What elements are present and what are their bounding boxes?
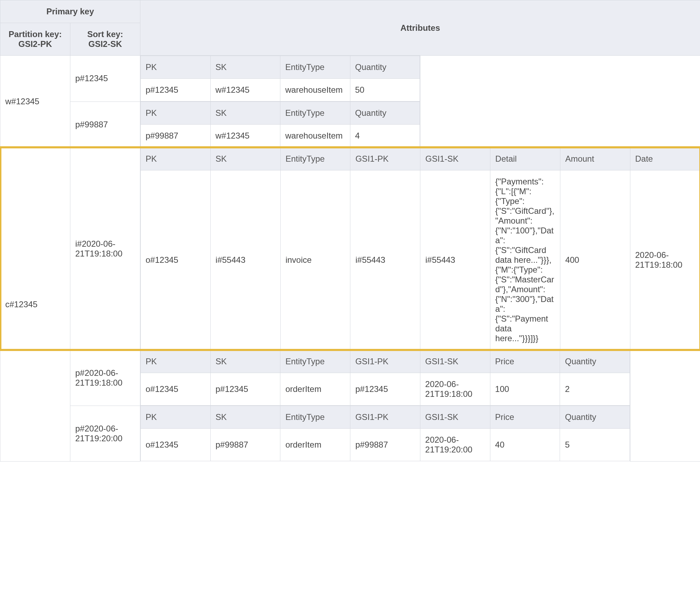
sort-key-cell: i#2020-06-21T19:18:00 bbox=[70, 147, 140, 350]
sort-key-cell: p#2020-06-21T19:20:00 bbox=[70, 406, 140, 461]
header-sort-key: Sort key: GSI2-SK bbox=[70, 23, 140, 56]
col-sk: SK bbox=[210, 56, 280, 79]
attr-amount: 400 bbox=[560, 170, 630, 350]
attributes-subtable: PK SK EntityType Quantity p#99887 w#1234… bbox=[140, 101, 420, 147]
attr-entity-type: warehouseItem bbox=[280, 79, 350, 101]
partition-key-cell: c#12345 bbox=[0, 147, 70, 461]
col-quantity: Quantity bbox=[560, 406, 630, 429]
col-gsi1-sk: GSI1-SK bbox=[420, 350, 490, 373]
attr-sk: i#55443 bbox=[210, 170, 280, 350]
attr-gsi1-sk: 2020-06-21T19:18:00 bbox=[420, 373, 490, 406]
attr-detail: {"Payments":{"L":[{"M":{"Type":{"S":"Gif… bbox=[490, 170, 560, 350]
dynamodb-index-table: Primary key Attributes Partition key: GS… bbox=[0, 0, 700, 462]
attr-sk: p#99887 bbox=[210, 429, 280, 461]
table-row: c#12345 i#2020-06-21T19:18:00 PK SK Enti… bbox=[0, 147, 700, 350]
col-sk: SK bbox=[210, 406, 280, 429]
col-gsi1-pk: GSI1-PK bbox=[350, 148, 420, 170]
sort-key-cell: p#12345 bbox=[70, 56, 140, 102]
col-date: Date bbox=[630, 148, 700, 170]
attr-sk: w#12345 bbox=[210, 79, 280, 101]
attr-quantity: 2 bbox=[560, 373, 630, 406]
col-sk: SK bbox=[210, 350, 280, 373]
attr-price: 40 bbox=[490, 429, 560, 461]
attr-gsi1-sk: i#55443 bbox=[420, 170, 490, 350]
col-sk: SK bbox=[210, 102, 280, 125]
attributes-subtable: PK SK EntityType GSI1-PK GSI1-SK Price Q… bbox=[140, 406, 630, 461]
col-amount: Amount bbox=[560, 148, 630, 170]
sort-key-cell: p#99887 bbox=[70, 101, 140, 147]
table-row: w#12345 p#12345 PK SK EntityType Quantit… bbox=[0, 56, 700, 102]
attr-pk: o#12345 bbox=[141, 170, 211, 350]
attr-price: 100 bbox=[490, 373, 560, 406]
attr-pk: p#12345 bbox=[141, 79, 211, 101]
attr-gsi1-pk: p#99887 bbox=[350, 429, 420, 461]
col-entity-type: EntityType bbox=[280, 102, 350, 125]
attr-quantity: 4 bbox=[350, 125, 420, 147]
attr-pk: o#12345 bbox=[141, 429, 211, 461]
attributes-subtable: PK SK EntityType GSI1-PK GSI1-SK Detail … bbox=[140, 147, 700, 350]
col-quantity: Quantity bbox=[350, 56, 420, 79]
col-pk: PK bbox=[141, 102, 211, 125]
attributes-subtable: PK SK EntityType GSI1-PK GSI1-SK Price Q… bbox=[140, 350, 630, 406]
table-row: p#2020-06-21T19:20:00 PK SK EntityType G… bbox=[0, 406, 700, 461]
col-pk: PK bbox=[141, 406, 211, 429]
attr-gsi1-sk: 2020-06-21T19:20:00 bbox=[420, 429, 490, 461]
attr-entity-type: invoice bbox=[280, 170, 350, 350]
attr-gsi1-pk: i#55443 bbox=[350, 170, 420, 350]
attr-gsi1-pk: p#12345 bbox=[350, 373, 420, 406]
col-price: Price bbox=[490, 406, 560, 429]
sort-key-cell: p#2020-06-21T19:18:00 bbox=[70, 350, 140, 406]
col-entity-type: EntityType bbox=[280, 406, 350, 429]
attr-sk: w#12345 bbox=[210, 125, 280, 147]
col-sk: SK bbox=[210, 148, 280, 170]
partition-key-cell: w#12345 bbox=[0, 56, 70, 148]
col-gsi1-sk: GSI1-SK bbox=[420, 406, 490, 429]
header-primary-key: Primary key bbox=[0, 0, 140, 23]
col-quantity: Quantity bbox=[350, 102, 420, 125]
header-partition-key: Partition key: GSI2-PK bbox=[0, 23, 70, 56]
col-quantity: Quantity bbox=[560, 350, 630, 373]
col-gsi1-pk: GSI1-PK bbox=[350, 350, 420, 373]
col-entity-type: EntityType bbox=[280, 56, 350, 79]
attr-quantity: 50 bbox=[350, 79, 420, 101]
table-row: p#99887 PK SK EntityType Quantity p#9988… bbox=[0, 101, 700, 147]
col-pk: PK bbox=[141, 56, 211, 79]
attr-entity-type: warehouseItem bbox=[280, 125, 350, 147]
attributes-subtable: PK SK EntityType Quantity p#12345 w#1234… bbox=[140, 56, 420, 101]
attr-entity-type: orderItem bbox=[280, 373, 350, 406]
col-detail: Detail bbox=[490, 148, 560, 170]
col-entity-type: EntityType bbox=[280, 148, 350, 170]
attr-quantity: 5 bbox=[560, 429, 630, 461]
attr-pk: o#12345 bbox=[141, 373, 211, 406]
attr-pk: p#99887 bbox=[141, 125, 211, 147]
col-gsi1-sk: GSI1-SK bbox=[420, 148, 490, 170]
col-entity-type: EntityType bbox=[280, 350, 350, 373]
col-price: Price bbox=[490, 350, 560, 373]
col-pk: PK bbox=[141, 350, 211, 373]
attr-entity-type: orderItem bbox=[280, 429, 350, 461]
attr-sk: p#12345 bbox=[210, 373, 280, 406]
header-attributes: Attributes bbox=[140, 0, 700, 56]
table-row: p#2020-06-21T19:18:00 PK SK EntityType G… bbox=[0, 350, 700, 406]
attr-date: 2020-06-21T19:18:00 bbox=[630, 170, 700, 350]
col-gsi1-pk: GSI1-PK bbox=[350, 406, 420, 429]
col-pk: PK bbox=[141, 148, 211, 170]
